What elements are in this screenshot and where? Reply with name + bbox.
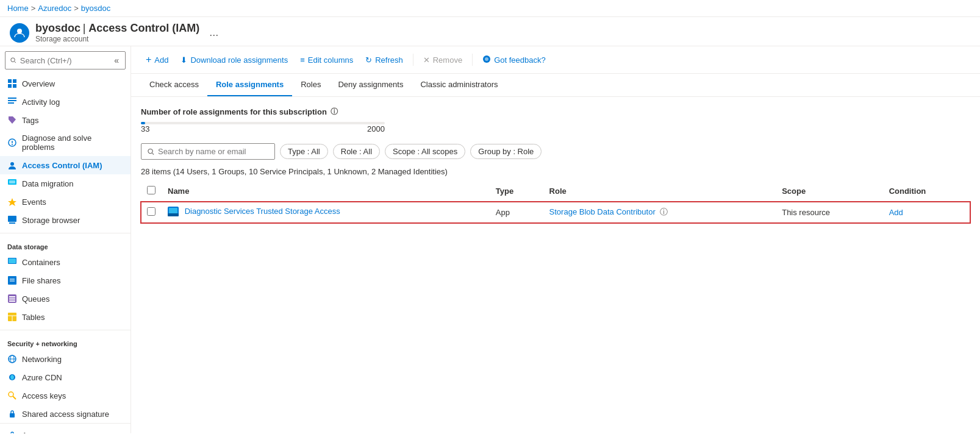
sidebar-item-file-shares[interactable]: File shares — [0, 271, 131, 290]
row-name-link[interactable]: Diagnostic Services Trusted Storage Acce… — [185, 207, 340, 216]
svg-rect-27 — [9, 300, 15, 302]
row-role-cell: Storage Blob Data Contributor ⓘ — [543, 202, 776, 223]
feedback-icon — [482, 55, 491, 65]
svg-rect-20 — [9, 258, 16, 263]
networking-icon — [7, 354, 17, 364]
col-role: Role — [543, 181, 776, 202]
sidebar-item-tags[interactable]: Tags — [0, 111, 131, 129]
tab-deny-assignments[interactable]: Deny assignments — [329, 74, 412, 96]
access-bottom-icon — [7, 430, 17, 433]
select-all-header — [141, 181, 162, 202]
sas-icon — [7, 409, 17, 419]
search-box[interactable]: « — [5, 51, 126, 69]
svg-line-36 — [13, 396, 16, 399]
feedback-button[interactable]: Got feedback? — [477, 52, 551, 68]
sidebar-item-overview[interactable]: Overview — [0, 74, 131, 93]
select-all-checkbox[interactable] — [147, 186, 156, 194]
content-area: Number of role assignments for this subs… — [131, 97, 980, 233]
app-icon — [168, 207, 179, 218]
file-shares-icon — [7, 275, 17, 285]
progress-labels: 33 2000 — [141, 124, 385, 133]
tab-check-access[interactable]: Check access — [141, 74, 207, 96]
sidebar-item-events[interactable]: Events — [0, 193, 131, 211]
resource-icon — [10, 23, 29, 43]
events-icon — [7, 197, 17, 207]
overview-icon — [7, 79, 17, 88]
row-role-link[interactable]: Storage Blob Data Contributor — [549, 207, 656, 216]
sidebar-label-iam: Access Control (IAM) — [22, 161, 102, 170]
role-info-icon[interactable]: ⓘ — [660, 207, 668, 216]
search-filter[interactable] — [141, 143, 275, 160]
svg-rect-7 — [8, 98, 16, 99]
svg-point-40 — [485, 57, 488, 61]
sidebar-item-containers[interactable]: Containers — [0, 253, 131, 271]
sidebar-item-activity-log[interactable]: Activity log — [0, 93, 131, 111]
sidebar-label-queues: Queues — [22, 294, 50, 304]
page-header: byosdoc | Access Control (IAM) Storage a… — [0, 17, 980, 46]
group-filter-chip[interactable]: Group by : Role — [470, 144, 542, 159]
svg-rect-21 — [8, 276, 16, 285]
add-button[interactable]: + Add — [141, 51, 173, 68]
edit-columns-button[interactable]: ≡ Edit columns — [295, 52, 358, 68]
sidebar-item-networking[interactable]: Networking — [0, 350, 131, 368]
more-options-button[interactable]: ... — [209, 26, 218, 39]
svg-rect-17 — [8, 216, 16, 222]
svg-rect-45 — [168, 213, 179, 216]
toolbar: + Add ⬇ Download role assignments ≡ Edit… — [131, 46, 980, 74]
svg-rect-25 — [9, 296, 15, 297]
sidebar-item-access[interactable]: Access — [0, 426, 131, 433]
type-filter-chip[interactable]: Type : All — [280, 144, 328, 159]
role-table: Name Type Role Scope Condition — [141, 181, 970, 223]
resource-name: byosdoc — [35, 22, 80, 34]
svg-rect-15 — [9, 180, 15, 183]
sidebar-item-azure-cdn[interactable]: Azure CDN — [0, 368, 131, 386]
subscription-info-icon[interactable]: ⓘ — [331, 107, 338, 117]
sidebar-label-containers: Containers — [22, 258, 60, 267]
progress-bar — [141, 122, 385, 124]
cdn-icon — [7, 372, 17, 382]
download-icon: ⬇ — [181, 55, 187, 65]
page-title: Access Control (IAM) — [88, 22, 199, 34]
sidebar-item-storage-browser[interactable]: Storage browser — [0, 211, 131, 229]
role-filter-chip[interactable]: Role : All — [333, 144, 380, 159]
scope-filter-chip[interactable]: Scope : All scopes — [385, 144, 465, 159]
tables-icon — [7, 312, 17, 322]
svg-rect-5 — [8, 84, 12, 88]
row-scope-cell: This resource — [776, 202, 882, 223]
sidebar-label-access-keys: Access keys — [22, 391, 66, 400]
refresh-button[interactable]: ↻ Refresh — [360, 52, 408, 68]
sidebar-label-activity-log: Activity log — [22, 98, 60, 107]
tabs: Check access Role assignments Roles Deny… — [131, 74, 980, 97]
tab-classic-admins[interactable]: Classic administrators — [412, 74, 506, 96]
svg-line-42 — [152, 153, 154, 154]
breadcrumb-home[interactable]: Home — [7, 4, 29, 13]
svg-rect-3 — [8, 79, 12, 83]
sidebar-item-queues[interactable]: Queues — [0, 290, 131, 308]
search-input[interactable] — [20, 56, 109, 65]
table-row: Diagnostic Services Trusted Storage Acce… — [141, 202, 970, 223]
breadcrumb-byosdoc[interactable]: byosdoc — [81, 4, 110, 13]
name-email-search-input[interactable] — [158, 147, 268, 156]
page-subtitle: Storage account — [35, 35, 199, 43]
tab-roles[interactable]: Roles — [292, 74, 329, 96]
data-storage-section-label: Data storage — [0, 237, 131, 253]
svg-rect-44 — [169, 208, 177, 214]
sidebar-item-sas[interactable]: Shared access signature — [0, 405, 131, 423]
toolbar-divider — [413, 54, 413, 66]
download-role-assignments-button[interactable]: ⬇ Download role assignments — [176, 52, 293, 68]
filters-row: Type : All Role : All Scope : All scopes… — [141, 143, 970, 160]
collapse-sidebar-button[interactable]: « — [113, 54, 120, 66]
row-checkbox[interactable] — [147, 207, 156, 216]
sidebar-item-access-keys[interactable]: Access keys — [0, 386, 131, 405]
sidebar-item-tables[interactable]: Tables — [0, 308, 131, 326]
remove-button[interactable]: ✕ Remove — [418, 52, 467, 68]
sidebar-item-iam[interactable]: Access Control (IAM) — [0, 156, 131, 174]
sidebar-label-sas: Shared access signature — [22, 410, 109, 419]
sidebar-item-diagnose[interactable]: Diagnose and solve problems — [0, 129, 131, 156]
tab-role-assignments[interactable]: Role assignments — [207, 74, 292, 96]
row-condition-link[interactable]: Add — [889, 208, 903, 217]
sidebar-label-networking: Networking — [22, 355, 62, 364]
sidebar-item-migration[interactable]: Data migration — [0, 174, 131, 193]
row-condition-cell: Add — [883, 202, 970, 223]
breadcrumb-azuredoc[interactable]: Azuredoc — [38, 4, 71, 13]
